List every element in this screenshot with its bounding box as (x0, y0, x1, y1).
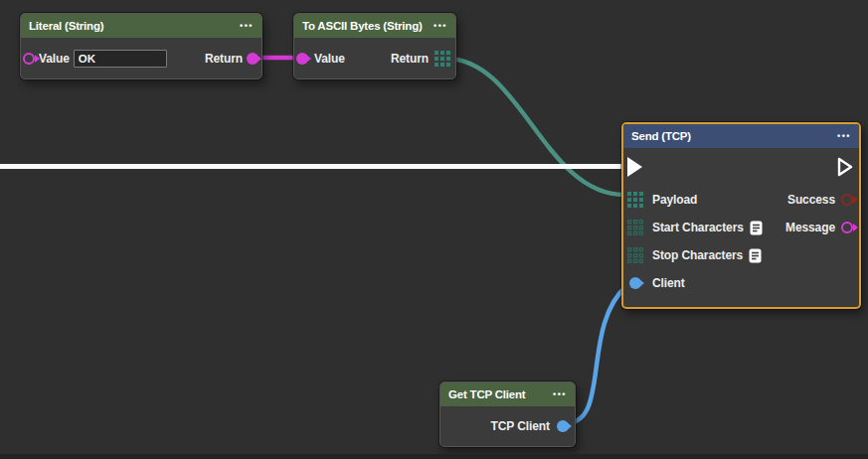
node-to-ascii-bytes[interactable]: To ASCII Bytes (String) ••• Value Return (293, 13, 456, 79)
node-literal-string[interactable]: Literal (String) ••• Value Return (20, 13, 262, 79)
return-label: Return (391, 52, 429, 66)
client-label: Client (652, 276, 685, 290)
tcp-client-output-port[interactable] (557, 420, 569, 432)
client-input-port[interactable] (629, 277, 641, 289)
node-body: Value Return (21, 38, 261, 78)
client-row: Client (627, 269, 853, 297)
bytes-input-port-grid-icon[interactable] (627, 192, 643, 208)
node-header[interactable]: To ASCII Bytes (String) ••• (294, 14, 455, 38)
node-header[interactable]: Send (TCP) ••• (623, 124, 859, 148)
ellipsis-menu-icon[interactable]: ••• (553, 390, 567, 399)
node-body: TCP Client (440, 406, 575, 446)
value-label: Value (314, 52, 345, 66)
start-characters-label: Start Characters (652, 221, 744, 234)
bytes-input-port-grid-icon[interactable] (627, 247, 643, 263)
ellipsis-menu-icon[interactable]: ••• (240, 22, 254, 31)
node-body: Value Return (294, 38, 455, 78)
node-title: Send (TCP) (631, 130, 833, 142)
node-title: Literal (String) (29, 20, 236, 32)
ellipsis-menu-icon[interactable]: ••• (434, 22, 447, 31)
stop-characters-row: Stop Characters (627, 241, 853, 269)
stop-characters-label: Stop Characters (652, 248, 743, 262)
exec-output-port-icon[interactable] (837, 157, 853, 177)
ellipsis-menu-icon[interactable]: ••• (837, 132, 851, 141)
success-label: Success (787, 193, 835, 207)
wire-bytes-to-payload[interactable] (446, 59, 624, 195)
node-title: To ASCII Bytes (String) (302, 20, 430, 32)
value-label: Value (39, 52, 70, 66)
payload-row: Payload Success (627, 186, 853, 214)
string-input-port[interactable] (296, 53, 308, 65)
bytes-input-port-grid-icon[interactable] (627, 220, 643, 235)
node-canvas[interactable]: Literal (String) ••• Value Return To ASC… (0, 0, 868, 459)
canvas-bottom-edge (0, 454, 868, 459)
string-input-port[interactable] (23, 53, 35, 65)
document-icon[interactable] (749, 248, 762, 263)
exec-input-port-icon[interactable] (627, 157, 642, 177)
success-output-port[interactable] (841, 194, 853, 206)
start-characters-row: Start Characters Message (627, 214, 853, 241)
document-icon[interactable] (750, 221, 763, 235)
return-label: Return (205, 52, 243, 66)
tcp-client-label: TCP Client (491, 419, 550, 433)
node-get-tcp-client[interactable]: Get TCP Client ••• TCP Client (439, 382, 576, 447)
node-title: Get TCP Client (448, 388, 549, 400)
string-output-port[interactable] (247, 53, 259, 65)
value-input[interactable] (74, 50, 167, 68)
message-output-port[interactable] (841, 222, 853, 233)
bytes-output-port-grid-icon[interactable] (434, 51, 450, 67)
node-body: Payload Success Start Characters (623, 148, 859, 307)
exec-row (627, 148, 853, 186)
node-header[interactable]: Literal (String) ••• (21, 14, 261, 38)
payload-label: Payload (652, 193, 697, 207)
message-label: Message (785, 221, 835, 234)
node-header[interactable]: Get TCP Client ••• (440, 382, 575, 406)
node-send-tcp[interactable]: Send (TCP) ••• Payload (621, 122, 861, 309)
